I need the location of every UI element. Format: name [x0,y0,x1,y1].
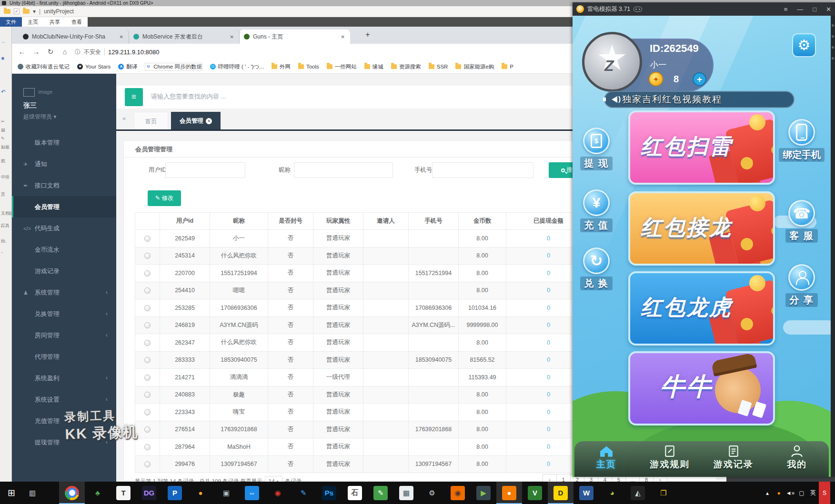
tray-orange-icon[interactable]: ● [773,482,785,504]
filter-input-userid[interactable] [165,162,245,178]
cat-icon[interactable]: ◉ [445,482,471,504]
unity-icon[interactable]: ◭ [625,482,651,504]
row-radio-button[interactable] [144,392,151,398]
bookmark-folder-ssr[interactable]: SSR [429,64,448,69]
banner-niuniu[interactable]: 牛牛 [628,351,775,425]
folder-icon[interactable] [4,9,10,14]
page-button[interactable]: ‹ [543,474,557,482]
ldplayer-icon[interactable]: D [548,482,573,504]
row-radio-button[interactable] [144,426,151,433]
banner-hongbao-saolei[interactable]: 红包扫雷 [628,110,775,185]
recharge-button[interactable]: ¥ 充 值 [573,189,620,232]
bookmark-bilibili[interactable]: ∷ 哔哩哔哩 ( ' - ')つ... [210,63,264,70]
tray-ime-icon[interactable]: 英 [807,482,819,504]
row-radio-button[interactable] [144,444,151,450]
home-icon[interactable]: ⌂ [60,48,69,56]
new-tab-button[interactable]: + [362,29,374,41]
task-view-button[interactable]: ▥ [23,482,42,504]
banner-hongbao-longhu[interactable]: 红包龙虎 [628,271,775,346]
tab-close-icon[interactable]: ✕ [119,33,124,40]
withdraw-button[interactable]: $ 提 现 [573,128,620,170]
minimize-icon[interactable]: — [797,6,803,13]
teamviewer-icon[interactable]: ⇔ [239,482,265,504]
row-radio-button[interactable] [144,340,151,346]
tray-expand-icon[interactable]: ▴ [762,482,773,504]
word-menu-home[interactable]: 主页 [22,17,44,27]
banner-hongbao-jielong[interactable]: 红包接龙 [628,191,775,266]
global-search-input[interactable]: 请输入您需要查找的内容 ... [151,92,226,101]
close-icon[interactable]: ✕ [826,6,831,13]
column-header[interactable]: 玩家属性 [313,213,363,230]
word-menu-share[interactable]: 共享 [44,17,66,27]
column-header[interactable]: 金币数 [459,213,506,230]
row-radio-button[interactable] [144,409,151,415]
typora-icon[interactable]: T [111,482,136,504]
bookmark-translate[interactable]: A 翻译 [118,63,137,70]
shimo-icon[interactable]: 石 [342,482,368,504]
filter-input-phone[interactable] [432,162,533,178]
tray-sougou-icon[interactable]: S [819,482,830,504]
column-header[interactable]: 手机号 [409,213,459,230]
collapse-tabs-icon[interactable]: « [122,115,126,122]
word-menu-view[interactable]: 查看 [66,17,88,27]
sidebar-item-rooms[interactable]: 房间管理 ‹ [12,325,116,346]
menu-icon[interactable]: ≡ [784,6,788,13]
caret-icon[interactable]: ▾ [33,8,36,15]
bookmark-folder-p[interactable]: P [502,64,513,69]
nav-home[interactable]: 主页 [574,441,638,477]
tray-volume-icon[interactable]: ◄» [785,482,796,504]
player-avatar[interactable]: ★ Z [582,32,642,92]
sidebar-item-api-doc[interactable]: ✒ 接口文档 [12,175,116,196]
nav-me[interactable]: 我的 [765,441,829,477]
pencil-icon[interactable]: ✎ [291,482,316,504]
sidebar-user-block[interactable]: image 张三 超级管理员 ▾ [23,88,56,121]
customer-service-button[interactable]: ☎ 客 服 [778,200,825,243]
settings-gear-button[interactable]: ⚙ [792,33,816,57]
sidebar-item-system[interactable]: ♟ 系统管理 ‹ [12,282,116,303]
tray-pc-icon[interactable]: ▢ [796,482,807,504]
address-field[interactable]: ⓘ 不安全 129.211.9.10:8080 [75,48,656,56]
row-radio-button[interactable] [144,461,151,467]
tab-close-icon[interactable]: ✕ [206,118,212,124]
maximize-icon[interactable]: □ [813,6,816,13]
pycharm-icon[interactable]: P [162,482,188,504]
bird-icon[interactable]: ● [188,482,213,504]
folder-icon[interactable] [23,9,30,14]
sidebar-item-agents[interactable]: 代理管理 [12,346,116,367]
column-header[interactable] [135,213,160,230]
page-button[interactable]: 1 [556,474,571,482]
chrome-icon[interactable] [59,482,85,504]
page-size-select[interactable]: 14 ▴ [265,476,283,482]
bookmark-your-stars[interactable]: ★ Your Stars [77,64,111,69]
row-radio-button[interactable] [144,322,151,328]
word-icon[interactable]: W [573,482,599,504]
sidebar-item-exchange[interactable]: 兑换管理 ‹ [12,303,116,325]
bookmark-folder-outer[interactable]: 外网 [272,63,291,70]
column-header[interactable]: 是否封号 [268,213,313,230]
datagrip-icon[interactable]: DG [136,482,162,504]
green-doc-icon[interactable]: ✎ [368,482,393,504]
sidebar-item-version[interactable]: 版本管理 [12,132,116,153]
sidebar-item-profit[interactable]: 系统盈利 ‹ [12,367,116,389]
row-radio-button[interactable] [144,357,151,363]
sphere-icon[interactable]: ◕ [599,482,625,504]
tab-close-icon[interactable]: ✕ [229,33,235,40]
user-role-dropdown[interactable]: 超级管理员 ▾ [23,113,56,121]
kk-recorder-icon[interactable]: ● [496,482,522,504]
sidebar-item-notice[interactable]: ✈ 通知 [12,153,116,175]
row-radio-button[interactable] [144,305,151,311]
back-icon[interactable]: ← [18,48,26,56]
word-menu-file[interactable]: 文件 [0,17,22,27]
modify-button[interactable]: ✎ 修改 [148,190,181,206]
tab-mobservice[interactable]: MobService 开发者后台 ✕ [129,30,240,44]
row-radio-button[interactable] [144,270,151,277]
row-radio-button[interactable] [144,253,151,259]
row-radio-button[interactable] [144,236,151,242]
share-button[interactable]: 分 享 [778,264,825,307]
checkbox-icon[interactable]: ✓ [14,9,20,14]
green-v-icon[interactable]: V [522,482,548,504]
bind-phone-button[interactable]: 绑定手机 [778,119,825,162]
bookmark-folder-sites[interactable]: 一些网站 [327,63,357,70]
sidebar-item-settings[interactable]: 系统设置 ‹ [12,389,116,410]
bookmark-folder-energy[interactable]: 国家能源e购 [455,63,494,70]
